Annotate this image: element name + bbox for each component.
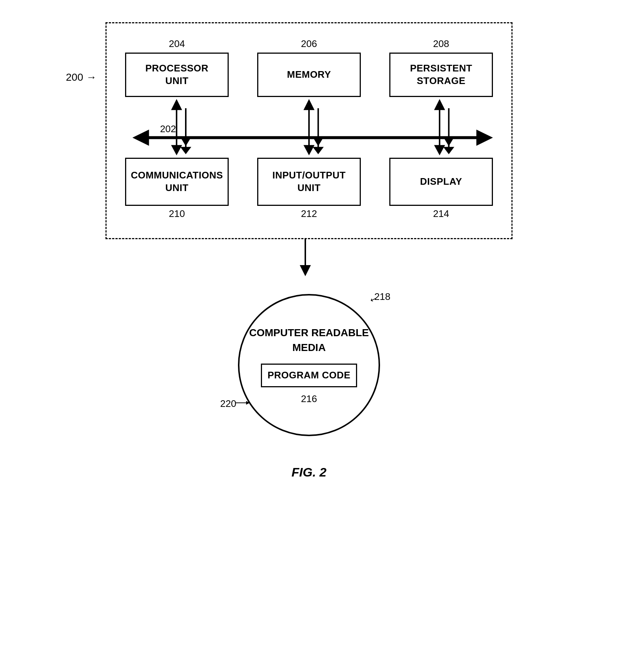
svg-marker-25 bbox=[434, 145, 445, 156]
label-200: 200 bbox=[66, 71, 83, 83]
processor-unit-box: PROCESSORUNIT bbox=[125, 53, 229, 97]
arrow-200: → bbox=[86, 71, 97, 83]
display-col: DISPLAY 214 bbox=[389, 158, 493, 220]
diagram-container: 200 → 204 PROCESSORUNIT 206 MEMORY 208 P… bbox=[37, 22, 581, 650]
label-206: 206 bbox=[301, 38, 317, 50]
circle-title: COMPUTER READABLE MEDIA bbox=[235, 325, 383, 354]
program-code-box: PROGRAM CODE bbox=[261, 364, 357, 387]
main-dashed-box: 200 → 204 PROCESSORUNIT 206 MEMORY 208 P… bbox=[105, 22, 513, 239]
bottom-row: COMMUNICATIONSUNIT 210 INPUT/OUTPUTUNIT … bbox=[125, 158, 493, 220]
communications-unit-col: COMMUNICATIONSUNIT 210 bbox=[125, 158, 229, 220]
display-box: DISPLAY bbox=[389, 158, 493, 206]
memory-col: 206 MEMORY bbox=[257, 38, 361, 97]
io-unit-box: INPUT/OUTPUTUNIT bbox=[257, 158, 361, 206]
circle-area: 218 ↗ 220 COMPUTER READABLE MEDIA PROGRA… bbox=[216, 276, 402, 454]
svg-marker-9 bbox=[303, 99, 315, 110]
memory-box: MEMORY bbox=[257, 53, 361, 97]
bus-area: 202 bbox=[125, 97, 493, 158]
svg-marker-17 bbox=[171, 145, 182, 156]
persistent-storage-col: 208 PERSISTENTSTORAGE bbox=[389, 38, 493, 97]
svg-marker-29 bbox=[300, 265, 311, 276]
io-unit-col: INPUT/OUTPUTUNIT 212 bbox=[257, 158, 361, 220]
fig-caption: FIG. 2 bbox=[292, 465, 326, 479]
svg-marker-13 bbox=[434, 99, 445, 110]
svg-marker-3 bbox=[476, 130, 493, 146]
svg-text:202: 202 bbox=[160, 124, 176, 134]
svg-marker-19 bbox=[180, 147, 191, 154]
circle-content: COMPUTER READABLE MEDIA PROGRAM CODE 216 bbox=[235, 291, 383, 439]
communications-unit-box: COMMUNICATIONSUNIT bbox=[125, 158, 229, 206]
bus-svg: 202 bbox=[125, 97, 493, 156]
down-arrow-svg bbox=[294, 239, 324, 276]
top-row: 204 PROCESSORUNIT 206 MEMORY 208 PERSIST… bbox=[125, 38, 493, 97]
label-220: 220 bbox=[220, 398, 236, 409]
processor-unit-col: 204 PROCESSORUNIT bbox=[125, 38, 229, 97]
label-208: 208 bbox=[433, 38, 449, 50]
svg-marker-5 bbox=[171, 99, 182, 110]
svg-marker-2 bbox=[132, 130, 149, 146]
svg-marker-23 bbox=[313, 147, 324, 154]
below-main: 218 ↗ 220 COMPUTER READABLE MEDIA PROGRA… bbox=[105, 239, 513, 454]
label-210: 210 bbox=[169, 208, 185, 220]
svg-marker-21 bbox=[303, 145, 315, 156]
label-204: 204 bbox=[169, 38, 185, 50]
label-212: 212 bbox=[301, 208, 317, 220]
label-216: 216 bbox=[301, 393, 317, 405]
svg-marker-27 bbox=[443, 147, 454, 154]
persistent-storage-box: PERSISTENTSTORAGE bbox=[389, 53, 493, 97]
label-214: 214 bbox=[433, 208, 449, 220]
